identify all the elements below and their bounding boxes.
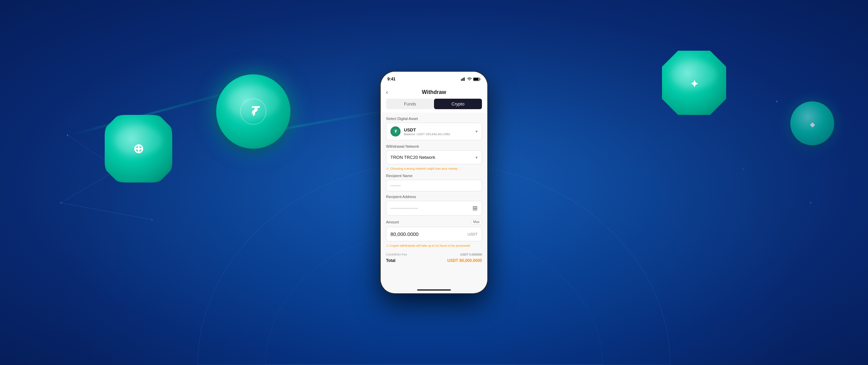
recipient-name-input[interactable]: •••••••• [386, 180, 482, 191]
chevron-down-icon: ▾ [476, 129, 478, 134]
svg-rect-21 [474, 78, 479, 80]
svg-text:✦: ✦ [690, 78, 698, 90]
asset-info: USDT Balance: USDT 293,649,461.0382 [404, 127, 450, 136]
fee-section: CoinMENA Fee USDT 0.000000 Total USDT 80… [386, 251, 482, 265]
recipient-name-group: Recipient Name •••••••• [386, 174, 482, 191]
svg-text:⊕: ⊕ [133, 142, 144, 156]
amount-label: Amount [386, 220, 399, 224]
max-button[interactable]: Max [471, 219, 482, 225]
app-title: Withdraw [422, 89, 446, 95]
network-selector[interactable]: TRON TRC20 Network ▾ [386, 150, 482, 164]
crypto-warning-icon: ⚠ [386, 244, 389, 247]
asset-name: USDT [404, 127, 450, 132]
wifi-icon [467, 77, 472, 81]
home-indicator [417, 289, 451, 291]
svg-point-19 [469, 80, 470, 81]
amount-label-row: Amount Max [386, 219, 482, 225]
phone-wrapper: 9:41 [380, 71, 488, 294]
svg-text:₮: ₮ [250, 104, 260, 118]
amount-section: Amount Max 80,000.0000 USDT [386, 219, 482, 241]
fee-row: CoinMENA Fee USDT 0.000000 [386, 253, 482, 256]
usdt-icon: ₮ [390, 126, 401, 137]
status-bar: 9:41 [381, 72, 487, 87]
select-asset-label: Select Digital Asset [386, 117, 482, 121]
svg-text:◆: ◆ [810, 121, 815, 128]
total-row: Total USDT 80,000.0000 [386, 258, 482, 263]
svg-rect-18 [464, 77, 465, 81]
asset-balance: Balance: USDT 293,649,461.0382 [404, 132, 450, 136]
amount-input[interactable]: 80,000.0000 USDT [386, 227, 482, 241]
recipient-address-group: Recipient Address ••••••••••••••••••••• … [386, 195, 482, 216]
network-name: TRON TRC20 Network [390, 155, 435, 160]
app-content: Select Digital Asset ₮ USDT Balance: USD… [381, 113, 487, 290]
svg-rect-16 [462, 78, 463, 81]
svg-rect-17 [463, 78, 464, 81]
qr-code-icon[interactable]: ⊞ [473, 204, 478, 212]
total-value: USDT 80,000.0000 [447, 258, 482, 263]
back-button[interactable]: ‹ [386, 89, 388, 95]
recipient-address-label: Recipient Address [386, 195, 482, 199]
status-time: 9:41 [387, 77, 395, 81]
asset-selector-left: ₮ USDT Balance: USDT 293,649,461.0382 [390, 126, 450, 137]
far-right-coin: ◆ [790, 101, 834, 145]
phone-device: 9:41 [380, 71, 488, 294]
tab-crypto[interactable]: Crypto [434, 99, 482, 109]
total-label: Total [386, 258, 395, 263]
warning-icon: ⚠ [386, 167, 389, 170]
recipient-name-label: Recipient Name [386, 174, 482, 178]
tab-bar: Funds Crypto [381, 95, 487, 113]
signal-icon [461, 77, 466, 81]
tether-coin-large: ₮ [216, 74, 290, 149]
amount-value: 80,000.0000 [390, 231, 418, 237]
h-logo-coin: ⊕ [105, 115, 172, 182]
fee-value: USDT 0.000000 [460, 253, 482, 256]
asset-selector[interactable]: ₮ USDT Balance: USDT 293,649,461.0382 ▾ [386, 123, 482, 140]
tab-funds[interactable]: Funds [386, 99, 434, 109]
network-warning: ⚠ Choosing a wrong network might lose yo… [386, 167, 482, 170]
crypto-warning: ⚠ Crypto withdrawals will take up to 24 … [386, 244, 482, 247]
status-icons [461, 77, 481, 81]
network-chevron-icon: ▾ [476, 155, 478, 160]
amount-currency: USDT [467, 232, 478, 236]
right-top-coin: ✦ [662, 51, 726, 115]
svg-rect-15 [461, 79, 462, 81]
recipient-address-input[interactable]: ••••••••••••••••••••• ⊞ [386, 201, 482, 216]
withdrawal-network-label: Withdrawal Network [386, 144, 482, 148]
battery-icon [473, 77, 481, 81]
fee-label: CoinMENA Fee [386, 253, 407, 256]
phone-screen: 9:41 [381, 72, 487, 293]
app-header: ‹ Withdraw [381, 87, 487, 95]
